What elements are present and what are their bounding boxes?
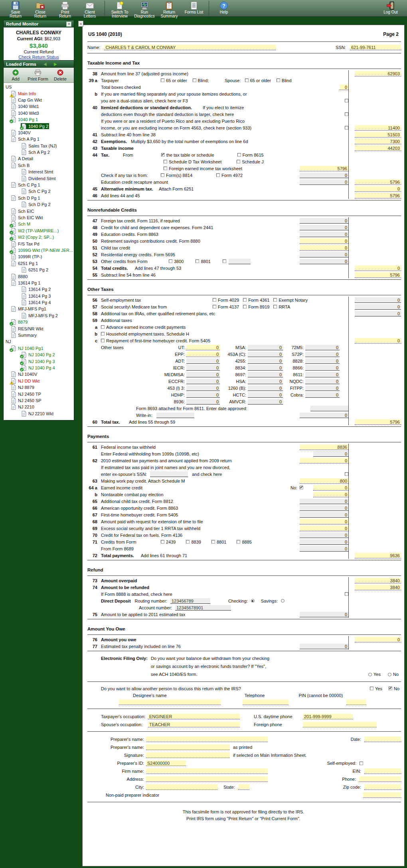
form-field[interactable]: 0 (313, 451, 348, 457)
tree-item-1099g-wkt-tp-new-jer[interactable]: 1099G Wkt (TP-NEW JER... (4, 247, 74, 253)
tree-item-nj-2210[interactable]: NJ 2210 (4, 404, 74, 410)
tree-item-f-s-tax-pd[interactable]: F/S Tax Pd (4, 240, 74, 247)
checkbox[interactable] (345, 126, 348, 130)
toolbar-button-log-out[interactable]: Log Out (378, 1, 403, 14)
form-field[interactable]: 0 (300, 532, 348, 538)
form-field[interactable]: 0 (305, 372, 340, 377)
tree-item-8879[interactable]: 8879 (4, 319, 74, 325)
tree-item-interest-stmt[interactable]: Interest Stmt (4, 169, 74, 175)
checkbox[interactable] (345, 592, 348, 596)
form-field[interactable]: 12345678901 (175, 605, 231, 611)
tree-item-nj[interactable]: NJ (4, 338, 74, 345)
tree-item-nj-2450-sp[interactable]: NJ 2450 SP (4, 397, 74, 404)
forms-action-add[interactable]: Add (5, 69, 26, 81)
collapse-sidebar-button[interactable]: « (78, 21, 83, 27)
form-field[interactable]: 0 (300, 252, 348, 257)
tree-item-res-nr-wkt[interactable]: RES/NR Wkt (4, 325, 74, 332)
form-field[interactable] (146, 776, 268, 782)
form-field[interactable]: 0 (186, 399, 220, 405)
form-field[interactable]: 0 (248, 399, 283, 405)
checkbox[interactable] (273, 305, 277, 308)
checkbox[interactable] (237, 540, 240, 544)
form-field[interactable]: 5796 (355, 272, 401, 278)
form-field[interactable]: 0 (300, 512, 348, 518)
radio-button[interactable] (388, 673, 391, 676)
checkbox[interactable] (213, 305, 216, 308)
form-field[interactable]: 0 (355, 311, 401, 316)
checkbox[interactable] (237, 153, 241, 157)
tree-item-nj-2210-wkt[interactable]: NJ 2210 Wkt (4, 410, 74, 417)
form-field[interactable]: 0 (313, 485, 348, 491)
form-field[interactable] (146, 768, 268, 774)
form-field[interactable]: 7300 (355, 139, 401, 144)
tree-item-1099r-tp[interactable]: 1099R (TP-) (4, 253, 74, 260)
radio-button[interactable] (251, 599, 255, 603)
form-field[interactable]: 0 (313, 492, 348, 497)
form-field[interactable]: 0 (355, 265, 401, 271)
checkbox[interactable] (101, 332, 105, 336)
form-field[interactable]: 0 (305, 352, 340, 357)
form-field[interactable]: 0 (300, 218, 348, 224)
name-field[interactable]: CHARLES T & CAROL M CONWAY (104, 45, 276, 50)
tree-item-nj-1040v[interactable]: NJ 1040V (4, 371, 74, 377)
tree-item-sch-a-pg-2[interactable]: Sch A Pg 2 (4, 149, 74, 155)
form-field[interactable]: 3840 (355, 578, 401, 583)
form-field[interactable]: 0 (248, 352, 283, 357)
checkbox[interactable] (161, 173, 164, 177)
toolbar-button-client-letters[interactable]: ClientLetters (77, 1, 102, 18)
checkbox[interactable] (216, 173, 220, 177)
checkbox[interactable] (196, 259, 199, 263)
form-field[interactable]: 0 (300, 526, 348, 531)
form-field[interactable]: 0 (248, 379, 283, 384)
form-field[interactable]: 123456789 (170, 598, 210, 604)
tree-item-sch-c-pg-1[interactable]: Sch C Pg 1 (4, 182, 74, 188)
form-field[interactable]: 0 (300, 458, 348, 463)
form-field[interactable] (238, 784, 249, 790)
checkbox[interactable] (237, 160, 240, 163)
checkbox[interactable] (101, 325, 105, 329)
form-field[interactable] (150, 471, 188, 477)
form-field[interactable]: 0 (186, 358, 220, 364)
tree-item-1040-pg-2[interactable]: 1040 Pg 2 (4, 123, 74, 129)
form-field[interactable]: 0 (248, 392, 283, 398)
tree-item-main-info[interactable]: Main Info (4, 90, 74, 96)
toolbar-button-print-return[interactable]: PrintReturn (53, 1, 77, 18)
form-field[interactable] (146, 736, 268, 742)
form-field[interactable]: 800 (300, 478, 348, 484)
form-field[interactable]: 0 (300, 179, 348, 185)
tree-item-13614-pg-4[interactable]: 13614 Pg 4 (4, 299, 74, 306)
form-field[interactable]: 0 (248, 385, 283, 391)
checkbox[interactable] (273, 298, 277, 302)
checkbox[interactable] (186, 540, 190, 544)
tree-item-sales-tax-nj[interactable]: Sales Tax (NJ) (4, 143, 74, 149)
checkbox[interactable]: ✔ (389, 687, 392, 690)
toolbar-button-forms-list[interactable]: Forms List (182, 1, 206, 14)
tree-item-1040-wkt1[interactable]: 1040 Wkt1 (4, 103, 74, 110)
tree-item-6251-pg-1[interactable]: 6251 Pg 1 (4, 260, 74, 267)
checkbox[interactable] (164, 167, 167, 170)
tree-item-nj-1040-pg-4[interactable]: NJ 1040 Pg 4 (4, 365, 74, 371)
tree-item-sch-eic-wkt[interactable]: Sch EIC Wkt (4, 214, 74, 221)
form-field[interactable]: 0 (300, 245, 348, 251)
tree-item-summary[interactable]: Summary (4, 332, 74, 338)
checkbox[interactable] (243, 305, 247, 308)
tree-item-nj-1040-pg-3[interactable]: NJ 1040 Pg 3 (4, 358, 74, 364)
form-field[interactable]: 0 (248, 345, 283, 350)
prev-form-icon[interactable] (43, 62, 47, 67)
check-return-status-link[interactable]: Check Return Status (4, 55, 73, 59)
forms-action-print-form[interactable]: Print Form (28, 69, 48, 81)
toolbar-button-switch-to-interview[interactable]: Switch ToInterview (107, 1, 132, 18)
form-field[interactable]: 0 (186, 345, 220, 350)
form-field[interactable]: 5796 (355, 179, 401, 185)
toolbar-button-close-return[interactable]: CloseReturn (28, 1, 53, 18)
form-field[interactable]: S24000000 (146, 760, 186, 766)
toolbar-button-save-return[interactable]: SaveReturn (3, 1, 28, 18)
form-field[interactable]: 0 (300, 539, 348, 545)
form-field[interactable]: 9636 (355, 553, 401, 558)
checkbox[interactable] (245, 79, 249, 82)
tree-item-sch-c-pg-2[interactable]: Sch C Pg 2 (4, 188, 74, 194)
form-field[interactable]: 0 (355, 186, 401, 192)
form-field[interactable]: 5796 (300, 166, 348, 171)
form-field[interactable]: 0 (300, 644, 348, 649)
form-field[interactable]: 0 (300, 505, 348, 511)
